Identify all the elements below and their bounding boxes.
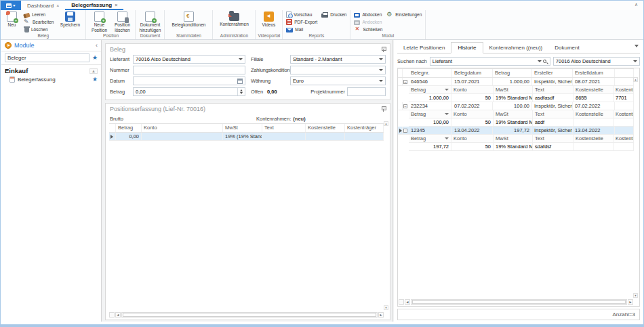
detail-column-header[interactable]: Konto bbox=[451, 86, 494, 93]
close-icon[interactable]: × bbox=[115, 3, 117, 7]
betrag-field[interactable] bbox=[133, 87, 245, 96]
scroll-right-icon[interactable]: ► bbox=[628, 299, 633, 305]
dokument-hinzufuegen-button[interactable]: Dokument hinzufügen bbox=[138, 11, 162, 32]
mwst-cell[interactable]: 19% Standard MwS... bbox=[494, 94, 533, 102]
zahlungskondition-combobox[interactable] bbox=[290, 66, 386, 74]
scrollbar-track[interactable] bbox=[121, 312, 378, 318]
filter-icon[interactable] bbox=[445, 89, 449, 91]
schliessen-button[interactable]: Schließen bbox=[353, 26, 384, 33]
history-row[interactable]: − 646546 15.07.2021 1.000,00 Inspektör, … bbox=[398, 78, 634, 86]
konto-cell[interactable]: 50 bbox=[451, 143, 494, 150]
detail-column-header[interactable]: Text bbox=[533, 110, 573, 118]
position-row[interactable]: 0,00 19% (19% Standar... bbox=[109, 133, 384, 141]
kostenstelle-cell[interactable] bbox=[573, 118, 613, 126]
column-header[interactable]: Betrag bbox=[116, 124, 142, 132]
belegdatum-cell[interactable]: 07.02.2022 bbox=[452, 102, 493, 110]
erstelldatum-cell[interactable]: 08.07.2021 bbox=[573, 78, 615, 85]
mwst-cell[interactable]: 19% (19% Standar... bbox=[223, 133, 262, 140]
detail-column-header[interactable]: MwSt bbox=[494, 86, 533, 93]
tab-historie[interactable]: Historie bbox=[451, 42, 483, 53]
scrollbar-thumb[interactable] bbox=[412, 300, 626, 304]
vertical-scrollbar[interactable]: ▲ ▼ bbox=[633, 68, 638, 306]
filter-icon[interactable] bbox=[445, 137, 449, 139]
column-header[interactable]: Kostenstelle bbox=[306, 124, 345, 132]
scrollbar-track[interactable] bbox=[411, 299, 627, 305]
waehrung-combobox[interactable]: Euro bbox=[290, 77, 386, 85]
kostentraeger-cell[interactable] bbox=[613, 143, 634, 150]
kostenstelle-cell[interactable]: 8655 bbox=[573, 94, 613, 102]
column-header[interactable]: Konto bbox=[142, 124, 223, 132]
betrag-cell[interactable]: 197,72 bbox=[493, 127, 532, 134]
column-header[interactable]: Belegdatum bbox=[452, 69, 493, 77]
mwst-cell[interactable]: 19% Standard MwS... bbox=[494, 118, 533, 126]
filiale-combobox[interactable]: Standard - 2.Mandant bbox=[290, 55, 386, 64]
konto-cell[interactable]: 50 bbox=[451, 118, 494, 126]
leeren-button[interactable]: Leeren bbox=[22, 11, 55, 18]
detail-column-header[interactable]: Kostenstelle bbox=[573, 135, 613, 142]
favorite-star-icon[interactable]: ★ bbox=[92, 77, 98, 83]
kostentraeger-cell[interactable] bbox=[613, 118, 634, 126]
betrag-cell[interactable]: 1.000,00 bbox=[409, 94, 451, 102]
collapse-row-icon[interactable]: − bbox=[403, 80, 407, 84]
datum-input[interactable] bbox=[136, 78, 237, 84]
projektnummer-input[interactable] bbox=[350, 89, 383, 95]
belegnr-cell[interactable]: 12345 bbox=[409, 127, 452, 134]
column-header[interactable]: Betrag bbox=[493, 69, 532, 77]
belegnr-cell[interactable]: 232234 bbox=[409, 102, 452, 110]
module-search-input[interactable] bbox=[5, 53, 89, 62]
kontenrahmen-button[interactable]: Kontenrahmen bbox=[215, 11, 253, 27]
konto-cell[interactable] bbox=[142, 133, 223, 140]
text-cell[interactable] bbox=[262, 133, 306, 140]
history-row[interactable]: − 232234 07.02.2022 100,00 Inspektör, Si… bbox=[398, 102, 634, 110]
history-row-selected[interactable]: − 12345 13.04.2022 197,72 Inspektör, Sic… bbox=[398, 127, 634, 135]
column-header[interactable]: Erstelldatum bbox=[573, 69, 615, 77]
betrag-cell[interactable]: 100,00 bbox=[493, 102, 532, 110]
kostenstelle-cell[interactable] bbox=[306, 133, 345, 140]
collapse-row-icon[interactable]: − bbox=[403, 104, 407, 108]
belegdatum-cell[interactable]: 13.04.2022 bbox=[452, 127, 493, 134]
scrollbar-thumb[interactable] bbox=[123, 313, 376, 317]
belegdatum-cell[interactable]: 15.07.2021 bbox=[452, 78, 493, 85]
speichern-button[interactable]: Speichern bbox=[56, 11, 83, 28]
konto-cell[interactable]: 50 bbox=[451, 94, 494, 102]
detail-column-header[interactable]: Betrag bbox=[409, 135, 451, 142]
detail-column-header[interactable]: Kostenstelle bbox=[573, 86, 613, 93]
erstelldatum-cell[interactable]: 13.04.2022 bbox=[573, 127, 615, 134]
detail-column-header[interactable]: Kostenträger bbox=[613, 110, 634, 118]
abdocken-button[interactable]: Abdocken bbox=[353, 11, 384, 18]
videos-button[interactable]: Videos bbox=[258, 11, 279, 28]
pdf-export-button[interactable]: PDF-Export bbox=[285, 18, 319, 26]
scroll-left-icon[interactable]: ◄ bbox=[405, 299, 410, 305]
close-icon[interactable]: × bbox=[56, 3, 59, 8]
betrag-input[interactable] bbox=[136, 89, 237, 95]
tab-overflow-icon[interactable] bbox=[635, 45, 639, 47]
sidebar-item-belegerfassung[interactable]: Belegerfassung ★ bbox=[1, 75, 101, 84]
detail-column-header[interactable]: Kostenträger bbox=[613, 86, 634, 93]
belegkonditionen-button[interactable]: Belegkonditionen bbox=[167, 11, 210, 28]
detail-row[interactable]: 1.000,00 50 19% Standard MwS... asdfasdf… bbox=[409, 94, 634, 102]
ribbon-collapse-button[interactable]: ∧ bbox=[629, 1, 643, 10]
kostentraeger-cell[interactable]: 7701 bbox=[613, 94, 634, 102]
nummer-input[interactable] bbox=[136, 67, 243, 73]
search-value-combobox[interactable]: 70016 Also Deutschland bbox=[553, 57, 640, 66]
detail-column-header[interactable]: MwSt bbox=[494, 110, 533, 118]
einstellungen-button[interactable]: Einstellungen bbox=[385, 11, 423, 18]
horizontal-scrollbar[interactable]: ◄ ► bbox=[399, 299, 633, 305]
scroll-up-icon[interactable]: ▲ bbox=[633, 77, 638, 82]
detail-column-header[interactable]: Kostenstelle bbox=[573, 110, 613, 118]
kostentraeger-cell[interactable] bbox=[345, 133, 384, 140]
scroll-up-icon[interactable]: ▲ bbox=[384, 121, 388, 126]
detail-column-header[interactable]: Konto bbox=[451, 110, 494, 118]
horizontal-scrollbar[interactable]: ◄ ► bbox=[109, 311, 384, 318]
vorschau-button[interactable]: Vorschau bbox=[285, 11, 319, 18]
projektnummer-field[interactable] bbox=[347, 87, 386, 96]
mwst-cell[interactable]: 19% Standard MwS... bbox=[494, 143, 533, 150]
detail-column-header[interactable]: Konto bbox=[451, 135, 494, 142]
mail-button[interactable]: Mail bbox=[285, 26, 319, 33]
nummer-field[interactable] bbox=[133, 66, 245, 74]
tab-belegerfassung[interactable]: Belegerfassung × bbox=[65, 1, 123, 10]
search-icon[interactable] bbox=[543, 60, 546, 63]
tab-letzte-positionen[interactable]: Letzte Positionen bbox=[397, 43, 451, 53]
tab-dashboard[interactable]: Dashboard × bbox=[21, 1, 65, 10]
ersteller-cell[interactable]: Inspektör, Sicherhe... bbox=[532, 78, 573, 85]
